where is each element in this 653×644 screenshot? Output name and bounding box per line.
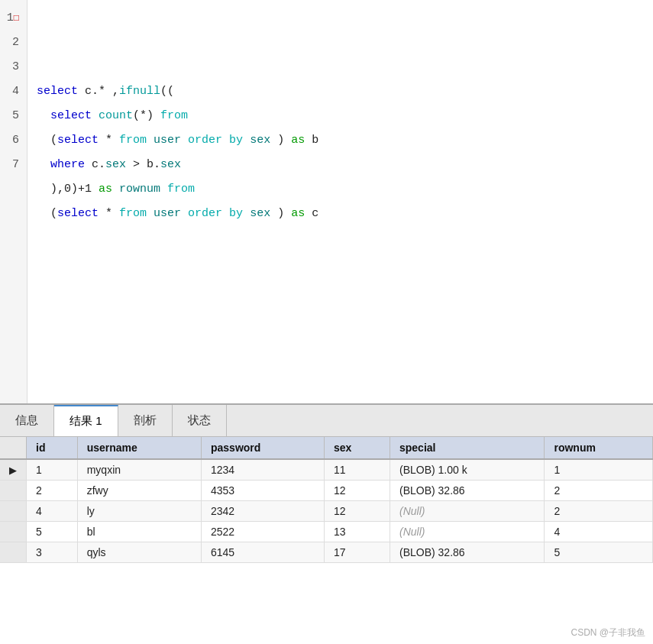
bottom-section: 信息结果 1剖析状态 idusernamepasswordsexspecialr… [0, 405, 653, 644]
code-editor[interactable]: 1□234567 select c.* ,ifnull(( select cou… [0, 0, 653, 405]
cell-rownum: 1 [545, 459, 653, 481]
cell-sex: 13 [324, 522, 390, 542]
cell-password: 2522 [202, 522, 325, 542]
results-table: idusernamepasswordsexspecialrownum ▶1myq… [0, 437, 653, 563]
row-indicator [0, 522, 27, 542]
cell-id: 2 [27, 481, 78, 501]
line-number-5: 5 [3, 104, 24, 128]
code-line-6: (select * from user order by sex ) as c [37, 202, 644, 226]
line-number-3: 3 [3, 55, 24, 79]
col-header-id: id [27, 437, 78, 459]
table-row: 3qyls614517(BLOB) 32.865 [0, 542, 653, 563]
col-header-rownum: rownum [545, 437, 653, 459]
col-header-sex: sex [324, 437, 390, 459]
tab-bar: 信息结果 1剖析状态 [0, 405, 653, 437]
cell-rownum: 5 [545, 542, 653, 563]
cell-username: ly [77, 501, 201, 522]
code-line-3: (select * from user order by sex ) as b [37, 128, 644, 153]
col-header-password: password [202, 437, 325, 459]
row-indicator [0, 542, 27, 563]
tab-信息[interactable]: 信息 [0, 405, 54, 436]
table-row: 2zfwy435312(BLOB) 32.862 [0, 481, 653, 501]
cell-special: (BLOB) 32.86 [390, 481, 545, 501]
cell-sex: 12 [324, 481, 390, 501]
col-header-special: special [390, 437, 545, 459]
cell-password: 1234 [202, 459, 325, 481]
table-row: 5bl252213(Null)4 [0, 522, 653, 542]
code-line-1: select c.* ,ifnull(( [37, 79, 644, 104]
code-content[interactable]: select c.* ,ifnull(( select count(*) fro… [27, 0, 653, 403]
cell-username: myqxin [77, 459, 201, 481]
cell-rownum: 2 [545, 481, 653, 501]
row-indicator [0, 481, 27, 501]
table-row: ▶1myqxin123411(BLOB) 1.00 k1 [0, 459, 653, 481]
cell-id: 5 [27, 522, 78, 542]
cell-special: (Null) [390, 522, 545, 542]
cell-username: zfwy [77, 481, 201, 501]
cell-special: (BLOB) 32.86 [390, 542, 545, 563]
cell-username: qyls [77, 542, 201, 563]
cell-sex: 12 [324, 501, 390, 522]
cell-special: (Null) [390, 501, 545, 522]
line-numbers: 1□234567 [0, 0, 27, 403]
cell-id: 4 [27, 501, 78, 522]
cell-password: 6145 [202, 542, 325, 563]
col-header-username: username [77, 437, 201, 459]
watermark: CSDN @子非我鱼 [571, 626, 645, 639]
cell-password: 2342 [202, 501, 325, 522]
cell-sex: 17 [324, 542, 390, 563]
tab-剖析[interactable]: 剖析 [118, 405, 173, 436]
code-line-2: select count(*) from [37, 104, 644, 128]
line-number-7: 7 [3, 153, 24, 177]
cell-special: (BLOB) 1.00 k [390, 459, 545, 481]
indicator-col [0, 437, 27, 459]
header-row: idusernamepasswordsexspecialrownum [0, 437, 653, 459]
line-number-6: 6 [3, 128, 24, 153]
results-area[interactable]: idusernamepasswordsexspecialrownum ▶1myq… [0, 437, 653, 644]
cell-password: 4353 [202, 481, 325, 501]
code-line-5: ),0)+1 as rownum from [37, 177, 644, 202]
cell-id: 3 [27, 542, 78, 563]
cell-sex: 11 [324, 459, 390, 481]
code-line-7 [37, 226, 644, 251]
table-body: ▶1myqxin123411(BLOB) 1.00 k12zfwy435312(… [0, 459, 653, 563]
row-indicator [0, 501, 27, 522]
line-number-4: 4 [3, 79, 24, 104]
cell-username: bl [77, 522, 201, 542]
table-row: 4ly234212(Null)2 [0, 501, 653, 522]
table-header: idusernamepasswordsexspecialrownum [0, 437, 653, 459]
row-indicator: ▶ [0, 459, 27, 481]
cell-rownum: 2 [545, 501, 653, 522]
tab-状态[interactable]: 状态 [173, 405, 227, 436]
cell-rownum: 4 [545, 522, 653, 542]
tab-结果-1[interactable]: 结果 1 [54, 405, 118, 436]
code-line-4: where c.sex > b.sex [37, 153, 644, 177]
line-number-1: 1□ [3, 6, 24, 31]
line-number-2: 2 [3, 31, 24, 55]
cell-id: 1 [27, 459, 78, 481]
